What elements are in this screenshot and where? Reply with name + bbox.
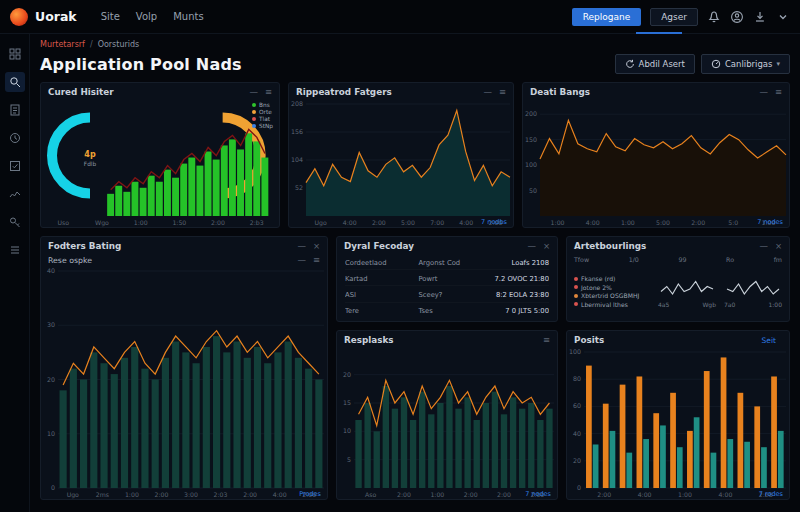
menu-icon[interactable]: ≡ — [775, 88, 782, 97]
svg-text:200: 200 — [525, 110, 537, 117]
breadcrumb-link[interactable]: Murtetarsrf — [40, 40, 85, 49]
chevron-down-icon[interactable] — [776, 10, 790, 24]
svg-text:40: 40 — [573, 430, 581, 437]
main-content: Murtetarsrf / Oorsturids Application Poo… — [30, 34, 800, 512]
svg-text:5:00: 5:00 — [401, 219, 415, 226]
sidebar-item-reports[interactable] — [5, 100, 25, 120]
svg-text:2:00: 2:00 — [497, 491, 511, 498]
svg-text:Wgo: Wgo — [95, 219, 109, 227]
nodes-link[interactable]: Prodes — [299, 490, 321, 498]
health-legend: BnsOrteTlatStNp — [252, 102, 273, 129]
sidebar-item-history[interactable] — [5, 128, 25, 148]
nodes-link[interactable]: 7 nodbs — [481, 218, 507, 226]
minimize-icon[interactable]: — — [759, 242, 768, 251]
minimize-icon[interactable]: — — [297, 256, 306, 265]
svg-text:2ms: 2ms — [96, 491, 109, 498]
user-avatar-icon[interactable] — [730, 10, 744, 24]
svg-text:4:00: 4:00 — [718, 491, 732, 498]
brand-name: Uorak — [35, 9, 77, 24]
legend-dot-icon — [574, 302, 578, 306]
sidebar-item-dashboard[interactable] — [5, 44, 25, 64]
svg-text:1:00: 1:00 — [678, 491, 692, 498]
svg-text:50: 50 — [529, 187, 537, 194]
legend-item: Fkanse (rd) — [574, 275, 650, 282]
svg-text:40: 40 — [47, 267, 55, 274]
menu-item-munts[interactable]: Munts — [173, 11, 203, 22]
svg-text:104: 104 — [291, 156, 303, 163]
legend-item: Orte — [252, 109, 273, 115]
key-icon — [9, 216, 21, 228]
sidebar-item-tasks[interactable] — [5, 156, 25, 176]
svg-text:2:00: 2:00 — [397, 491, 411, 498]
svg-text:4p: 4p — [84, 150, 96, 159]
minimize-icon[interactable]: — — [483, 88, 492, 97]
svg-text:156: 156 — [291, 128, 303, 135]
svg-text:Uso: Uso — [58, 219, 70, 226]
minimize-icon[interactable]: — — [759, 88, 768, 97]
alert-action-button[interactable]: Abdil Asert — [615, 54, 695, 74]
svg-text:80: 80 — [573, 375, 581, 382]
page-title: Application Pool Nads — [40, 55, 242, 74]
panel-title: Deati Bangs — [530, 87, 590, 97]
nodes-link[interactable]: 7 rodes — [759, 490, 783, 498]
minimize-icon[interactable]: — — [297, 242, 306, 251]
menu-icon[interactable]: ≡ — [543, 336, 550, 345]
breadcrumb: Murtetarsrf / Oorsturids — [40, 40, 790, 49]
svg-text:0: 0 — [577, 484, 581, 491]
spark-label: 4a5 — [658, 301, 669, 308]
svg-text:3:00: 3:00 — [184, 491, 198, 498]
svg-text:2:00: 2:00 — [154, 491, 168, 498]
svg-text:20: 20 — [47, 376, 55, 383]
table-cell: 8:2 EOLA 23:80 — [478, 289, 549, 303]
sidebar-item-metrics[interactable] — [5, 184, 25, 204]
nodes-link[interactable]: 7 nodes — [525, 490, 551, 498]
sparkline-chart — [724, 275, 782, 301]
svg-text:1:00: 1:00 — [621, 219, 635, 226]
svg-text:20: 20 — [573, 457, 581, 464]
menu-icon[interactable]: ≡ — [499, 88, 506, 97]
table-cell: ASI — [345, 289, 418, 303]
minimize-icon[interactable]: — — [527, 242, 536, 251]
search-icon — [9, 76, 21, 88]
app-logo-icon — [10, 8, 28, 26]
table-cell: 7 0 JLTS 5:00 — [478, 305, 549, 318]
legend-dot-icon — [252, 103, 256, 107]
primary-nav-button[interactable]: Replogane — [572, 8, 642, 26]
panel-title: Fodters Bating — [48, 241, 121, 251]
table-cell: Sceey? — [418, 289, 477, 303]
menu-item-volp[interactable]: Volp — [136, 11, 157, 22]
svg-text:10: 10 — [343, 427, 351, 434]
sidebar-item-search[interactable] — [5, 72, 25, 92]
spark-label: 7a0 — [724, 301, 735, 308]
posits-chart: 1008060402002:004:001:004:002:b8 — [567, 348, 789, 499]
posits-link[interactable]: Seit — [762, 336, 776, 345]
legend-dot-icon — [252, 110, 256, 114]
svg-text:2:00: 2:00 — [211, 219, 225, 226]
close-icon[interactable]: × — [313, 242, 320, 251]
secondary-nav-button[interactable]: Agser — [650, 8, 698, 26]
svg-text:0: 0 — [51, 484, 55, 491]
menu-icon[interactable]: ≡ — [265, 88, 272, 97]
svg-text:1:00: 1:00 — [551, 219, 565, 226]
alert-action-label: Abdil Asert — [639, 59, 685, 69]
notifications-icon[interactable] — [707, 10, 721, 24]
configure-button[interactable]: Canlibrigas ▾ — [701, 54, 790, 74]
svg-text:30: 30 — [47, 321, 55, 328]
download-icon[interactable] — [753, 10, 767, 24]
sidebar-item-access[interactable] — [5, 212, 25, 232]
menu-icon[interactable]: ≡ — [313, 256, 320, 265]
minimize-icon[interactable]: — — [249, 88, 258, 97]
close-icon[interactable]: × — [775, 242, 782, 251]
svg-text:4:00: 4:00 — [586, 219, 600, 226]
close-icon[interactable]: × — [543, 242, 550, 251]
sidebar-item-logs[interactable] — [5, 240, 25, 260]
svg-text:Ugo: Ugo — [314, 219, 326, 227]
svg-text:Aso: Aso — [365, 491, 376, 498]
health-chart: 4pFdlbUsoWgo1:001:502:002:b3 — [41, 100, 279, 227]
menu-item-site[interactable]: Site — [101, 11, 120, 22]
svg-text:208: 208 — [291, 100, 303, 107]
svg-text:2:00: 2:00 — [464, 491, 478, 498]
panel-resplasks: Resplasks ≡ 2015105Aso2:001:002:002:002:… — [336, 330, 558, 500]
nodes-link[interactable]: 7 nodes — [757, 218, 783, 226]
checkbox-icon — [9, 160, 21, 172]
